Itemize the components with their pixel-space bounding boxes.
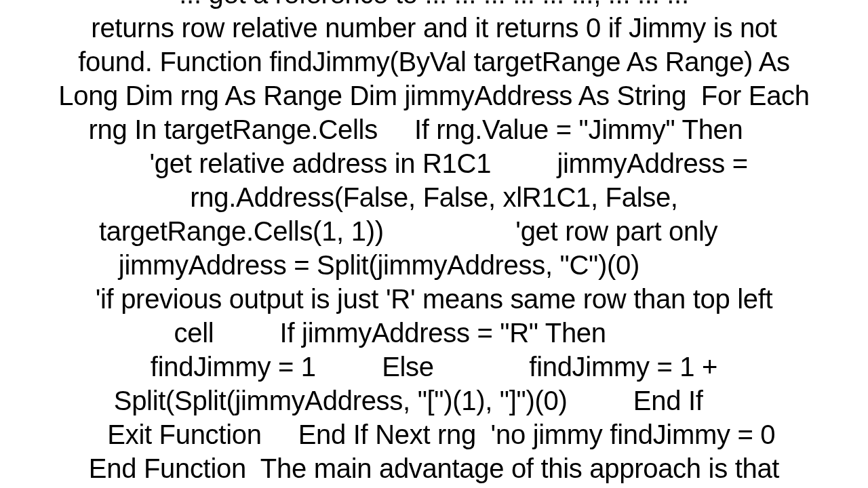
- document-body-text: ... get a reference to ... ... ... ... .…: [14, 0, 854, 488]
- document-page: ... get a reference to ... ... ... ... .…: [0, 0, 868, 488]
